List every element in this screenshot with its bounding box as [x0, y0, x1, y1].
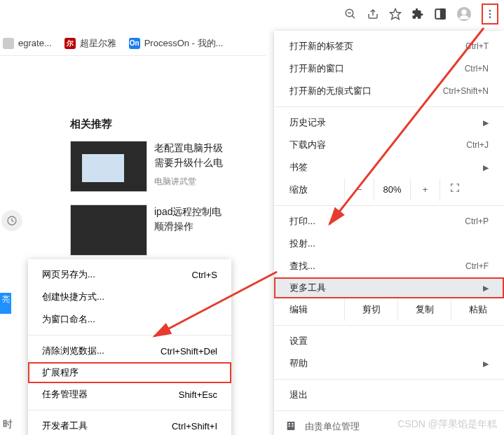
svg-point-8	[461, 10, 466, 15]
submenu-save-as[interactable]: 网页另存为...Ctrl+S	[28, 263, 231, 286]
svg-line-1	[352, 15, 355, 18]
page-content: 相关推荐 老配置电脑升级 需要升级什么电 电脑讲武堂 ipad远程控制电 顺滑操…	[0, 118, 259, 268]
edit-copy[interactable]: 复制	[397, 298, 451, 321]
extensions-icon[interactable]	[411, 8, 424, 20]
menu-settings[interactable]: 设置	[274, 330, 504, 352]
svg-marker-4	[390, 9, 401, 20]
svg-rect-6	[441, 9, 445, 19]
submenu-dev-tools[interactable]: 开发者工具Ctrl+Shift+I	[28, 415, 231, 435]
bookmark-item[interactable]: egrate...	[3, 38, 52, 49]
card-title: ipad远程控制电	[154, 205, 259, 219]
card-thumbnail	[70, 205, 147, 256]
menu-zoom: 缩放 − 80% +	[274, 179, 504, 201]
svg-point-11	[489, 16, 491, 18]
svg-rect-15	[292, 423, 293, 424]
zoom-out-icon[interactable]	[344, 8, 357, 20]
browser-toolbar	[0, 0, 504, 28]
profile-icon[interactable]	[456, 6, 472, 22]
card-sub: 顺滑操作	[154, 219, 259, 234]
submenu-extensions[interactable]: 扩展程序	[28, 362, 231, 383]
corner-text: 时	[3, 418, 13, 431]
menu-exit[interactable]: 退出	[274, 384, 504, 406]
recommend-card[interactable]: 老配置电脑升级 需要升级什么电 电脑讲武堂	[70, 141, 259, 192]
chevron-right-icon: ▶	[483, 163, 489, 172]
watermark: CSDN @萍果馅是年糕	[397, 418, 497, 431]
submenu-task-manager[interactable]: 任务管理器Shift+Esc	[28, 383, 231, 406]
card-source: 电脑讲武堂	[154, 176, 259, 188]
bookmark-item[interactable]: On ProcessOn - 我的...	[129, 37, 224, 50]
star-icon[interactable]	[389, 8, 402, 20]
share-icon[interactable]	[367, 8, 379, 20]
submenu-create-shortcut[interactable]: 创建快捷方式...	[28, 286, 231, 308]
menu-new-window[interactable]: 打开新的窗口Ctrl+N	[274, 57, 504, 80]
chevron-right-icon: ▶	[483, 284, 489, 293]
menu-find[interactable]: 查找...Ctrl+F	[274, 255, 504, 277]
svg-point-10	[489, 13, 491, 15]
bookmark-label: 超星尔雅	[80, 37, 116, 50]
fullscreen-icon[interactable]	[440, 179, 469, 201]
building-icon	[285, 420, 298, 434]
zoom-value: 80%	[374, 179, 410, 201]
recommend-card[interactable]: ipad远程控制电 顺滑操作	[70, 205, 259, 256]
bookmark-item[interactable]: 尔 超星尔雅	[64, 37, 116, 50]
history-icon[interactable]	[1, 210, 22, 231]
menu-cast[interactable]: 投射...	[274, 233, 504, 255]
menu-bookmarks[interactable]: 书签▶	[274, 156, 504, 179]
zoom-out-button[interactable]: −	[344, 179, 374, 201]
svg-rect-16	[289, 425, 290, 427]
recommend-heading: 相关推荐	[70, 118, 259, 131]
svg-rect-14	[289, 423, 290, 424]
chevron-right-icon: ▶	[483, 359, 489, 368]
highlight-tab[interactable]: 亮	[0, 293, 11, 314]
card-sub: 需要升级什么电	[154, 156, 259, 170]
favicon: On	[129, 38, 140, 49]
menu-print[interactable]: 打印...Ctrl+P	[274, 210, 504, 233]
submenu-name-window[interactable]: 为窗口命名...	[28, 308, 231, 331]
more-tools-submenu: 网页另存为...Ctrl+S 创建快捷方式... 为窗口命名... 清除浏览数据…	[28, 259, 231, 435]
card-thumbnail	[70, 141, 147, 192]
menu-new-tab[interactable]: 打开新的标签页Ctrl+T	[274, 35, 504, 57]
menu-help[interactable]: 帮助▶	[274, 352, 504, 375]
zoom-in-button[interactable]: +	[410, 179, 440, 201]
menu-downloads[interactable]: 下载内容Ctrl+J	[274, 134, 504, 156]
more-menu-icon[interactable]	[482, 4, 498, 25]
card-title: 老配置电脑升级	[154, 141, 259, 156]
edit-paste[interactable]: 粘贴	[451, 298, 504, 321]
bookmark-label: egrate...	[18, 38, 52, 48]
reading-list-icon[interactable]	[434, 8, 447, 20]
svg-point-9	[489, 10, 491, 12]
bookmark-label: ProcessOn - 我的...	[144, 37, 224, 50]
menu-history[interactable]: 历史记录▶	[274, 111, 504, 134]
submenu-clear-data[interactable]: 清除浏览数据...Ctrl+Shift+Del	[28, 340, 231, 362]
favicon	[3, 38, 14, 49]
bookmarks-bar: egrate... 尔 超星尔雅 On ProcessOn - 我的...	[0, 31, 266, 56]
svg-rect-13	[287, 422, 295, 430]
chevron-right-icon: ▶	[483, 118, 489, 127]
edit-cut[interactable]: 剪切	[344, 298, 397, 321]
svg-rect-17	[292, 425, 293, 427]
menu-more-tools[interactable]: 更多工具▶	[274, 277, 504, 298]
menu-edit: 编辑 剪切 复制 粘贴	[274, 298, 504, 321]
chrome-main-menu: 打开新的标签页Ctrl+T 打开新的窗口Ctrl+N 打开新的无痕式窗口Ctrl…	[274, 31, 504, 435]
favicon: 尔	[64, 38, 76, 49]
menu-incognito[interactable]: 打开新的无痕式窗口Ctrl+Shift+N	[274, 80, 504, 102]
